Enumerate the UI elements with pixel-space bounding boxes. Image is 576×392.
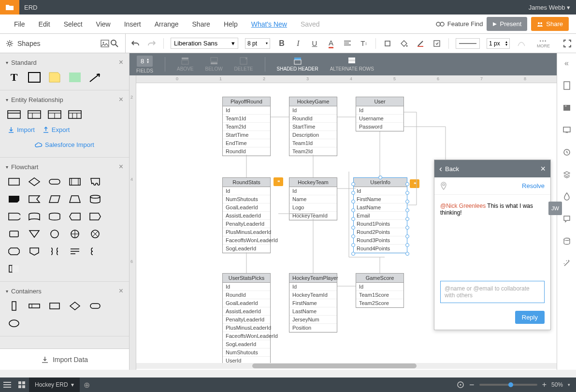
data-icon[interactable] <box>562 236 572 247</box>
gear-icon[interactable] <box>6 40 14 47</box>
drop-icon[interactable] <box>562 191 572 202</box>
underline-icon[interactable]: U <box>310 39 319 48</box>
entity-field[interactable]: Round1Points <box>354 220 407 228</box>
entity-field[interactable]: Id <box>289 106 337 115</box>
resolve-button[interactable]: Resolve <box>522 182 545 189</box>
flowchart-shape-11[interactable] <box>27 211 42 222</box>
shape-block[interactable] <box>68 72 82 83</box>
flowchart-shape-19[interactable] <box>88 228 102 240</box>
entity-header[interactable]: HockeyGame <box>289 97 337 106</box>
import-data-button[interactable]: Import Data <box>0 348 129 370</box>
flowchart-shape-9[interactable] <box>88 193 102 205</box>
entity-field[interactable]: Id <box>223 187 270 195</box>
flowchart-shape-16[interactable] <box>27 228 42 240</box>
redo-icon[interactable] <box>147 39 157 48</box>
flowchart-shape-10[interactable] <box>7 211 21 222</box>
list-view-icon[interactable] <box>0 377 14 392</box>
entity-field[interactable]: FirstName <box>289 299 337 307</box>
entity-field[interactable]: PlusMinusLeaderId <box>223 324 270 332</box>
entity-field[interactable]: Username <box>356 115 403 123</box>
entity-field[interactable]: FaceoffsWonLeaderId <box>223 236 270 245</box>
entity-header[interactable]: GameScore <box>356 274 403 283</box>
entity-field[interactable]: Email <box>354 212 407 220</box>
comment-back-button[interactable]: ‹Back <box>439 164 459 174</box>
fullscreen-icon[interactable] <box>563 40 571 47</box>
align-icon[interactable] <box>343 39 352 48</box>
flowchart-shape-14[interactable] <box>88 211 102 222</box>
entity-UserInfo[interactable]: UserInfoIdFirstNameLastNameEmailRound1Po… <box>353 177 407 253</box>
container-shape-4[interactable] <box>88 300 102 312</box>
entity-field[interactable]: Team1Score <box>356 291 403 299</box>
entity-field[interactable]: PenaltyLeaderId <box>223 316 270 324</box>
menu-help[interactable]: Help <box>217 20 245 28</box>
entity-HockeyTeam[interactable]: HockeyTeamIdNameLogoHockeyTeamId <box>289 177 337 220</box>
menu-arrange[interactable]: Arrange <box>148 20 186 28</box>
entity-field[interactable]: GoalLeaderId <box>223 203 270 212</box>
entity-field[interactable]: JerseyNum <box>289 316 337 324</box>
entity-field[interactable]: Round2Points <box>354 228 407 236</box>
er-import[interactable]: Import <box>8 126 35 133</box>
entity-field[interactable]: SogLeaderId <box>223 340 270 348</box>
entity-field[interactable]: FirstName <box>354 195 407 203</box>
tt-alternate-rows[interactable]: ALTERNATE ROWS <box>330 57 374 72</box>
flowchart-shape-17[interactable] <box>47 228 62 240</box>
line-style-select[interactable] <box>456 38 480 49</box>
entity-field[interactable]: AssistLeaderId <box>223 212 270 220</box>
shape-rect[interactable] <box>27 72 42 83</box>
entity-field[interactable]: Id <box>223 106 270 115</box>
entity-field[interactable]: LastName <box>354 203 407 212</box>
menu-share[interactable]: Share <box>186 20 217 28</box>
entity-field[interactable]: Description <box>289 131 337 139</box>
entity-header[interactable]: UserStatsPicks <box>223 274 270 283</box>
flowchart-shape-15[interactable] <box>7 228 21 240</box>
menu-insert[interactable]: Insert <box>117 20 148 28</box>
border-color-icon[interactable] <box>416 39 425 48</box>
entity-field[interactable]: AssistLeaderId <box>223 307 270 316</box>
tt-fields[interactable]: 8▴▾ FIELDS <box>136 56 153 73</box>
entity-field[interactable]: FaceoffsWonLeaderId <box>223 332 270 340</box>
feature-find[interactable]: Feature Find <box>436 20 483 28</box>
add-page-button[interactable]: ⊕ <box>80 380 94 390</box>
close-icon[interactable]: × <box>119 58 123 67</box>
entity-field[interactable]: SogLeaderId <box>223 245 270 253</box>
entity-field[interactable]: Name <box>289 195 337 203</box>
fill-icon[interactable] <box>399 39 409 48</box>
entity-field[interactable]: Team2Score <box>356 299 403 307</box>
folder-icon[interactable] <box>0 0 19 15</box>
entity-field[interactable]: Team2Id <box>223 123 270 131</box>
history-icon[interactable] <box>562 147 572 158</box>
flowchart-shape-22[interactable] <box>47 246 62 257</box>
menu-view[interactable]: View <box>89 20 117 28</box>
flowchart-shape-5[interactable] <box>7 193 21 205</box>
horizontal-scrollbar[interactable] <box>136 363 557 369</box>
flowchart-shape-25[interactable] <box>7 263 21 275</box>
entity-field[interactable]: NumShutouts <box>223 348 270 357</box>
entity-PlayoffRound[interactable]: PlayoffRoundIdTeam1IdTeam2IdStartTimeEnd… <box>222 97 271 156</box>
flowchart-shape-12[interactable] <box>47 211 62 222</box>
target-icon[interactable] <box>457 381 464 389</box>
comment-icon[interactable] <box>562 214 572 224</box>
container-shape-2[interactable] <box>47 300 62 312</box>
user-menu[interactable]: James Webb ▾ <box>529 4 576 11</box>
presentation-icon[interactable] <box>562 125 572 135</box>
shape-er-3[interactable] <box>47 109 62 120</box>
entity-RoundStats[interactable]: RoundStatsIdNumShutoutsGoalLeaderIdAssis… <box>222 177 271 253</box>
zoom-slider[interactable] <box>479 384 537 386</box>
er-salesforce[interactable]: Salesforce Import <box>8 141 121 148</box>
entity-field[interactable]: Team1Id <box>289 139 337 147</box>
flowchart-shape-24[interactable] <box>88 246 102 257</box>
container-shape-1[interactable] <box>27 300 42 312</box>
er-export[interactable]: Export <box>43 126 70 133</box>
entity-header[interactable]: HockeyTeam <box>289 178 337 187</box>
entity-HockeyTeamPlayer[interactable]: HockeyTeamPlayerIdHockeyTeamIdFirstNameL… <box>289 273 337 333</box>
section-containers[interactable]: ▾Containers× <box>6 287 123 295</box>
flowchart-shape-21[interactable] <box>27 246 42 257</box>
zoom-out-icon[interactable]: − <box>469 380 475 390</box>
section-standard[interactable]: ▾Standard× <box>6 58 123 67</box>
flowchart-shape-18[interactable] <box>68 228 82 240</box>
entity-User[interactable]: UserIdUsernamePassword <box>356 97 404 131</box>
entity-field[interactable]: Round3Points <box>354 236 407 245</box>
entity-field[interactable]: StartTime <box>223 131 270 139</box>
entity-field[interactable]: HockeyTeamId <box>289 212 337 220</box>
reply-button[interactable]: Reply <box>515 311 545 324</box>
